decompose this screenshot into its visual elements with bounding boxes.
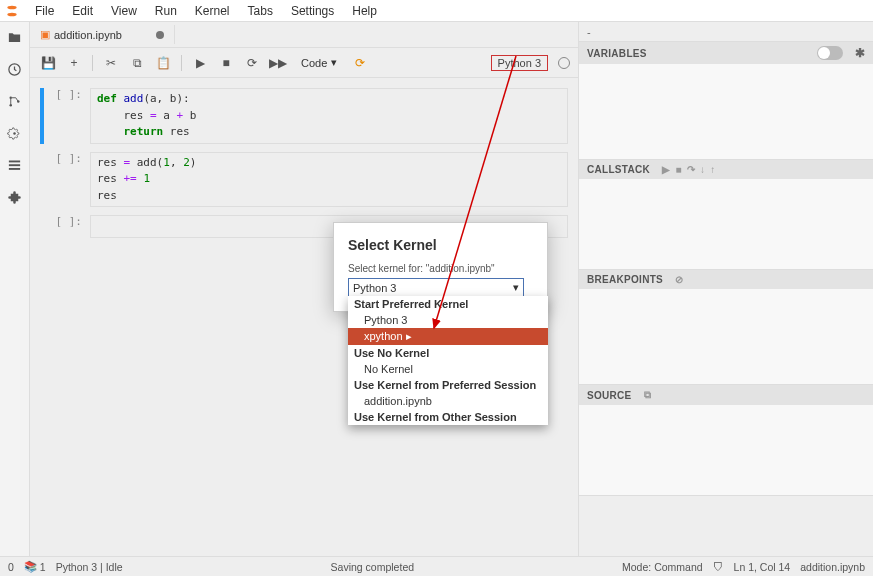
dropdown-group-header: Use Kernel from Other Session [348,409,548,425]
status-errors[interactable]: 0 [8,561,14,573]
code-cell[interactable]: [ ]:res = add(1, 2) res += 1 res [40,152,568,208]
dialog-title: Select Kernel [348,237,533,253]
cell-prompt: [ ]: [40,88,90,144]
status-saving: Saving completed [331,561,414,573]
kernel-select-dropdown[interactable]: Python 3 ▾ [348,278,524,297]
breakpoints-clear-icon[interactable]: ⊘ [675,274,683,285]
tab-filename: addition.ipynb [54,29,122,41]
dropdown-item[interactable]: No Kernel [348,361,548,377]
unsaved-dot-icon [156,31,164,39]
pause-icon[interactable]: ■ [675,164,681,175]
menu-file[interactable]: File [26,2,63,20]
menu-run[interactable]: Run [146,2,186,20]
source-body [579,405,873,495]
status-kernel[interactable]: Python 3 | Idle [56,561,123,573]
svg-rect-7 [9,160,20,162]
callstack-body [579,179,873,269]
copy-icon[interactable]: ⧉ [127,53,147,73]
right-panel-dash: - [587,26,591,38]
chevron-down-icon: ▾ [331,56,337,69]
source-label: SOURCE [587,390,632,401]
kernel-status-icon [558,57,570,69]
svg-point-6 [13,132,16,135]
status-position[interactable]: Ln 1, Col 14 [734,561,791,573]
svg-point-1 [7,12,16,16]
dropdown-group-header: Use Kernel from Preferred Session [348,377,548,393]
cursor-icon: ▸ [403,330,412,342]
kernel-name-button[interactable]: Python 3 [491,55,548,71]
menu-tabs[interactable]: Tabs [239,2,282,20]
gear-icon[interactable]: ✱ [855,46,865,60]
status-mode: Mode: Command [622,561,703,573]
run-icon[interactable]: ▶ [190,53,210,73]
chevron-down-icon: ▾ [513,281,519,294]
cell-prompt: [ ]: [40,152,90,208]
notebook-tab[interactable]: ▣ addition.ipynb [30,25,175,44]
svg-point-0 [7,5,16,9]
stepin-icon[interactable]: ↓ [700,164,705,175]
dropdown-group-header: Use No Kernel [348,345,548,361]
stepover-icon[interactable]: ↷ [687,164,695,175]
trusted-icon: ⛉ [713,561,724,573]
status-file[interactable]: addition.ipynb [800,561,865,573]
toc-icon[interactable] [6,156,24,174]
commands-icon[interactable] [6,124,24,142]
running-icon[interactable] [6,60,24,78]
folder-icon[interactable] [6,28,24,46]
svg-rect-9 [9,168,20,170]
cell-prompt: [ ]: [40,215,90,238]
menu-help[interactable]: Help [343,2,386,20]
dropdown-item[interactable]: xpython ▸ [348,328,548,345]
cut-icon[interactable]: ✂ [101,53,121,73]
jupyter-logo-icon [4,3,20,19]
extensions-icon[interactable] [6,188,24,206]
fastforward-icon[interactable]: ▶▶ [268,53,288,73]
menu-kernel[interactable]: Kernel [186,2,239,20]
breakpoints-body [579,289,873,384]
stepout-icon[interactable]: ↑ [710,164,715,175]
source-open-icon[interactable]: ⧉ [644,389,651,401]
menu-view[interactable]: View [102,2,146,20]
menu-settings[interactable]: Settings [282,2,343,20]
svg-point-4 [10,104,13,107]
variables-label: VARIABLES [587,48,647,59]
paste-icon[interactable]: 📋 [153,53,173,73]
variables-body [579,64,873,159]
save-icon[interactable]: 💾 [38,53,58,73]
stop-icon[interactable]: ■ [216,53,236,73]
breakpoints-label: BREAKPOINTS [587,274,663,285]
code-cell[interactable]: [ ]:def add(a, b): res = a + b return re… [40,88,568,144]
kernel-dropdown-list: Start Preferred KernelPython 3xpython ▸U… [348,296,548,425]
celltype-select[interactable]: Code ▾ [294,54,344,71]
rewind-icon[interactable]: ⟳ [350,53,370,73]
callstack-label: CALLSTACK [587,164,650,175]
restart-icon[interactable]: ⟳ [242,53,262,73]
add-cell-icon[interactable]: + [64,53,84,73]
continue-icon[interactable]: ▶ [662,164,670,175]
dropdown-group-header: Start Preferred Kernel [348,296,548,312]
svg-point-3 [10,96,13,99]
dialog-subtitle: Select kernel for: "addition.ipynb" [348,263,533,274]
menu-edit[interactable]: Edit [63,2,102,20]
status-tabs[interactable]: 📚 1 [24,560,46,573]
dropdown-item[interactable]: addition.ipynb [348,393,548,409]
dropdown-item[interactable]: Python 3 [348,312,548,328]
svg-rect-8 [9,164,20,166]
git-icon[interactable] [6,92,24,110]
cell-body[interactable]: def add(a, b): res = a + b return res [90,88,568,144]
cell-body[interactable]: res = add(1, 2) res += 1 res [90,152,568,208]
notebook-icon: ▣ [40,28,50,41]
debug-toggle[interactable] [817,46,843,60]
